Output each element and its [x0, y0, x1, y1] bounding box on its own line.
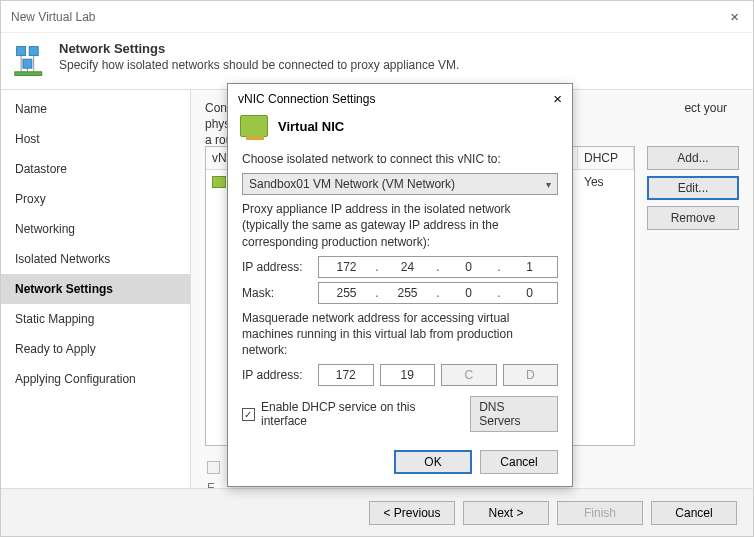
vnic-dialog: vNIC Connection Settings × Virtual NIC C… — [227, 83, 573, 487]
close-icon[interactable]: × — [726, 8, 743, 25]
proxy-ip-text: Proxy appliance IP address in the isolat… — [242, 201, 558, 250]
mask-octet[interactable]: 255 — [380, 283, 435, 303]
wizard-sidebar: Name Host Datastore Proxy Networking Iso… — [1, 90, 191, 488]
dialog-body: Choose isolated network to connect this … — [228, 151, 572, 446]
edit-button[interactable]: Edit... — [647, 176, 739, 200]
masq-octet[interactable]: 19 — [380, 364, 436, 386]
svg-rect-2 — [23, 59, 32, 68]
masq-octet: C — [441, 364, 497, 386]
ip-address-label: IP address: — [242, 260, 310, 274]
sidebar-item-datastore[interactable]: Datastore — [1, 154, 190, 184]
mask-row: Mask: 255. 255. 0. 0 — [242, 282, 558, 304]
titlebar: New Virtual Lab × — [1, 1, 753, 33]
mask-input[interactable]: 255. 255. 0. 0 — [318, 282, 558, 304]
finish-button: Finish — [557, 501, 643, 525]
network-settings-icon — [13, 43, 49, 79]
ip-octet[interactable]: 24 — [380, 257, 435, 277]
sidebar-item-network-settings[interactable]: Network Settings — [1, 274, 190, 304]
ip-octet[interactable]: 172 — [319, 257, 374, 277]
under-frag: E — [207, 481, 215, 488]
masq-octet[interactable]: 172 — [318, 364, 374, 386]
dialog-heading: Virtual NIC — [278, 119, 344, 134]
svg-rect-0 — [17, 47, 26, 56]
wizard-footer: < Previous Next > Finish Cancel — [1, 488, 753, 536]
dialog-titlebar: vNIC Connection Settings × — [228, 84, 572, 111]
chevron-down-icon: ▾ — [546, 179, 551, 190]
dhcp-label: Enable DHCP service on this interface — [261, 400, 464, 428]
remove-button[interactable]: Remove — [647, 206, 739, 230]
sidebar-item-static-mapping[interactable]: Static Mapping — [1, 304, 190, 334]
svg-rect-3 — [15, 72, 42, 76]
ip-octet[interactable]: 1 — [502, 257, 557, 277]
masquerade-ip-row: IP address: 172 19 C D — [242, 364, 558, 386]
sidebar-item-applying-configuration[interactable]: Applying Configuration — [1, 364, 190, 394]
choose-network-label: Choose isolated network to connect this … — [242, 151, 558, 167]
ip-address-row: IP address: 172. 24. 0. 1 — [242, 256, 558, 278]
nic-icon — [212, 176, 226, 188]
page-subtitle: Specify how isolated networks should be … — [59, 58, 459, 72]
masquerade-text: Masquerade network address for accessing… — [242, 310, 558, 359]
sidebar-item-proxy[interactable]: Proxy — [1, 184, 190, 214]
col-dhcp: DHCP — [578, 147, 634, 169]
page-title: Network Settings — [59, 41, 459, 56]
cell-dhcp: Yes — [578, 170, 634, 194]
sidebar-item-ready-to-apply[interactable]: Ready to Apply — [1, 334, 190, 364]
dhcp-checkbox[interactable]: ✓ — [242, 408, 255, 421]
mask-octet[interactable]: 255 — [319, 283, 374, 303]
virtual-nic-icon — [240, 115, 268, 137]
ok-button[interactable]: OK — [394, 450, 472, 474]
cancel-button[interactable]: Cancel — [651, 501, 737, 525]
sidebar-item-host[interactable]: Host — [1, 124, 190, 154]
svg-rect-1 — [29, 47, 38, 56]
route-checkbox[interactable] — [207, 461, 220, 474]
dialog-footer: OK Cancel — [228, 446, 572, 486]
masquerade-ip-input: 172 19 C D — [318, 364, 558, 386]
sidebar-item-isolated-networks[interactable]: Isolated Networks — [1, 244, 190, 274]
sidebar-item-networking[interactable]: Networking — [1, 214, 190, 244]
dialog-cancel-button[interactable]: Cancel — [480, 450, 558, 474]
dns-servers-button[interactable]: DNS Servers — [470, 396, 558, 432]
sidebar-item-name[interactable]: Name — [1, 94, 190, 124]
ip-octet[interactable]: 0 — [441, 257, 496, 277]
isolated-network-select[interactable]: Sandbox01 VM Network (VM Network) ▾ — [242, 173, 558, 195]
masq-octet: D — [503, 364, 559, 386]
isolated-network-value: Sandbox01 VM Network (VM Network) — [249, 177, 455, 191]
dialog-title: vNIC Connection Settings — [238, 92, 375, 106]
header-text: Network Settings Specify how isolated ne… — [59, 41, 459, 79]
table-buttons: Add... Edit... Remove — [647, 146, 739, 230]
masquerade-ip-label: IP address: — [242, 368, 310, 382]
window-title: New Virtual Lab — [11, 10, 96, 24]
ip-address-input[interactable]: 172. 24. 0. 1 — [318, 256, 558, 278]
dialog-header: Virtual NIC — [228, 111, 572, 145]
wizard-header: Network Settings Specify how isolated ne… — [1, 33, 753, 90]
add-button[interactable]: Add... — [647, 146, 739, 170]
dialog-close-icon[interactable]: × — [553, 90, 562, 107]
dhcp-row: ✓ Enable DHCP service on this interface … — [242, 396, 558, 432]
mask-octet[interactable]: 0 — [441, 283, 496, 303]
previous-button[interactable]: < Previous — [369, 501, 455, 525]
mask-octet[interactable]: 0 — [502, 283, 557, 303]
wizard-window: New Virtual Lab × Network Settings Speci… — [0, 0, 754, 537]
mask-label: Mask: — [242, 286, 310, 300]
next-button[interactable]: Next > — [463, 501, 549, 525]
